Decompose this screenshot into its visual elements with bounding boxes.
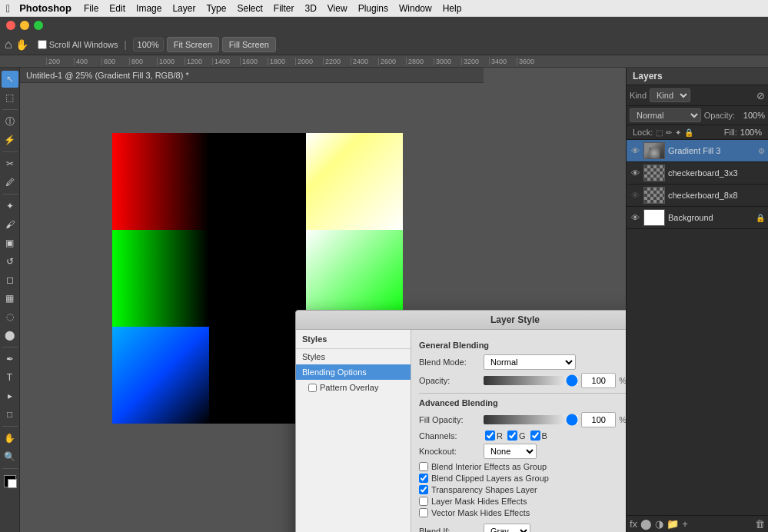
document-tab: Untitled-1 @ 25% (Gradient Fill 3, RGB/8… [20,68,484,83]
group-button[interactable]: 📁 [667,518,679,530]
lock-pos-icon[interactable]: ✦ [675,128,681,137]
menu-type[interactable]: Type [206,3,226,14]
eye-icon-checker8[interactable]: 👁 [630,190,640,201]
menu-3d[interactable]: 3D [304,3,316,14]
menu-items: File Edit Image Layer Type Select Filter… [84,3,461,14]
crop-tool[interactable]: ✂ [2,155,18,172]
fit-screen-button[interactable]: Fit Screen [167,37,219,52]
scroll-all-checkbox[interactable] [38,40,47,49]
hand-tool[interactable]: ✋ [2,430,18,447]
ruler-mark: 1000 [157,58,185,65]
blend-if-select[interactable]: Gray Red Green Blue [484,524,530,532]
canvas-cell-4 [112,230,209,327]
blend-mode-select[interactable]: Normal Multiply Screen [484,354,576,370]
pattern-overlay-checkbox[interactable] [308,384,317,392]
vector-mask-checkbox[interactable] [419,508,428,517]
fill-opacity-slider[interactable] [484,415,578,424]
blend-interior-checkbox[interactable] [419,462,428,471]
adjustment-button[interactable]: ◑ [655,518,663,530]
lasso-tool[interactable]: ⓛ [2,113,18,130]
path-select[interactable]: ▸ [2,387,18,404]
layer-thumb-bg [643,209,665,226]
shape-tool[interactable]: □ [2,406,18,423]
blend-clipped-checkbox[interactable] [419,474,428,483]
blur-tool[interactable]: ◌ [2,308,18,325]
eye-icon-gradient[interactable]: 👁 [630,145,640,156]
lock-px-icon[interactable]: ⬚ [656,128,663,137]
layer-mask-checkbox[interactable] [419,497,428,506]
zoom-tool[interactable]: 🔍 [2,448,18,465]
filter-icon[interactable]: ⊘ [756,90,765,101]
add-mask-button[interactable]: ⬤ [640,518,652,530]
menu-layer[interactable]: Layer [172,3,195,14]
apple-menu[interactable]:  [6,2,10,15]
eye-icon-bg[interactable]: 👁 [630,212,640,223]
layer-item-gradient[interactable]: 👁 Gradient Fill 3 ⚙ [627,140,768,162]
fill-opacity-input[interactable] [581,412,616,427]
blend-clipped-row: Blend Clipped Layers as Group [419,474,626,483]
menu-filter[interactable]: Filter [274,3,294,14]
maximize-button[interactable] [34,21,43,30]
gradient-tool[interactable]: ▦ [2,290,18,307]
transparency-checkbox[interactable] [419,485,428,494]
selection-tool[interactable]: ⬚ [2,89,18,106]
menu-image[interactable]: Image [136,3,161,14]
background-color[interactable] [8,479,17,488]
menu-file[interactable]: File [84,3,98,14]
menu-select[interactable]: Select [237,3,262,14]
fill-pct: % [619,415,626,424]
layer-item-checker8[interactable]: 👁 checkerboard_8x8 [627,185,768,207]
home-icon[interactable]: ⌂ [5,38,12,52]
menu-window[interactable]: Window [399,3,432,14]
opacity-input[interactable] [581,373,616,388]
brush-tool[interactable]: 🖌 [2,216,18,233]
layer-item-checker3[interactable]: 👁 checkerboard_3x3 [627,162,768,185]
layer-options-icon[interactable]: ⚙ [758,147,765,155]
channel-g-checkbox[interactable] [507,431,517,441]
quick-select-tool[interactable]: ⚡ [2,131,18,148]
knockout-row: Knockout: None Shallow Deep [419,444,626,459]
fx-button[interactable]: fx [630,518,637,530]
type-tool[interactable]: T [2,369,18,386]
eyedropper-tool[interactable]: 🖉 [2,174,18,191]
menu-edit[interactable]: Edit [109,3,125,14]
minimize-button[interactable] [20,21,29,30]
style-item-blending[interactable]: Blending Options [296,364,411,380]
layer-item-background[interactable]: 👁 Background 🔒 [627,207,768,229]
knockout-select[interactable]: None Shallow Deep [484,444,537,459]
opacity-label: Opacity: [704,111,735,120]
eraser-tool[interactable]: ◻ [2,271,18,288]
move-tool[interactable]: ↖ [2,71,18,88]
delete-layer-button[interactable]: 🗑 [755,518,765,530]
eye-icon-checker3[interactable]: 👁 [630,168,640,178]
healing-tool[interactable]: ✦ [2,198,18,214]
pen-tool[interactable]: ✒ [2,351,18,367]
new-layer-button[interactable]: + [682,518,688,530]
scroll-all-windows-toggle[interactable]: Scroll All Windows [38,40,118,49]
clone-tool[interactable]: ▣ [2,234,18,251]
menu-view[interactable]: View [327,3,347,14]
fill-screen-button[interactable]: Fill Screen [222,37,276,52]
menu-help[interactable]: Help [443,3,462,14]
opacity-slider[interactable] [484,376,578,385]
channel-r-checkbox[interactable] [485,431,495,441]
history-brush[interactable]: ↺ [2,253,18,270]
layer-kind-select[interactable]: Kind [650,88,690,102]
close-button[interactable] [6,21,15,30]
style-item-styles[interactable]: Styles [296,349,411,364]
canvas-cell-7 [112,327,209,424]
layer-thumb-checker3 [643,165,665,181]
lock-all-icon[interactable]: 🔒 [684,128,693,137]
style-item-pattern[interactable]: Pattern Overlay [296,380,411,395]
hand-tool-icon[interactable]: ✋ [15,38,28,51]
dodge-tool[interactable]: ⬤ [2,327,18,344]
menu-plugins[interactable]: Plugins [358,3,388,14]
ruler-mark: 2400 [351,58,378,65]
lock-draw-icon[interactable]: ✏ [666,128,672,137]
canvas-cell-8 [209,327,306,424]
blend-mode-select[interactable]: Normal [630,108,701,122]
layer-thumb-checker8 [643,187,665,204]
blend-if-row: Blend If: Gray Red Green Blue [419,524,626,532]
channel-b-checkbox[interactable] [530,431,540,441]
foreground-color[interactable] [4,475,16,487]
